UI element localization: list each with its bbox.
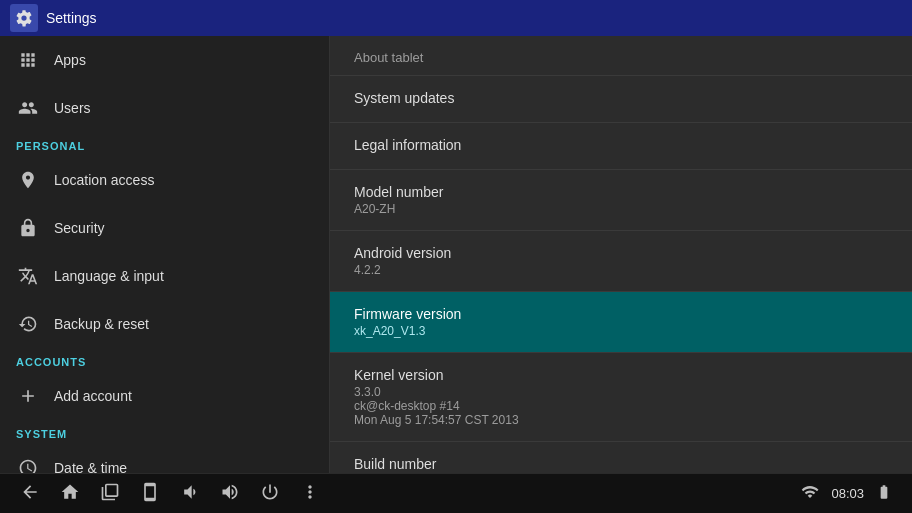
apps-label: Apps (54, 52, 86, 68)
sidebar-item-datetime[interactable]: Date & time (0, 444, 329, 473)
backup-label: Backup & reset (54, 316, 149, 332)
content-header: About tablet (330, 36, 912, 76)
main-container: Apps Users PERSONAL Location access Secu… (0, 36, 912, 473)
content-area: About tablet System updates Legal inform… (330, 36, 912, 473)
add-account-icon (16, 384, 40, 408)
security-icon (16, 216, 40, 240)
back-button[interactable] (20, 482, 40, 506)
legal-info-item[interactable]: Legal information (330, 123, 912, 170)
build-number-item[interactable]: Build number sugar_xk_TG-eng 4.2.2 JDQ39… (330, 442, 912, 473)
model-number-value: A20-ZH (354, 202, 888, 216)
location-icon (16, 168, 40, 192)
location-label: Location access (54, 172, 154, 188)
language-icon (16, 264, 40, 288)
more-button[interactable] (300, 482, 320, 506)
system-section-label: SYSTEM (0, 420, 329, 444)
app-title: Settings (46, 10, 97, 26)
nav-bar: 08:03 (0, 473, 912, 513)
personal-section-label: PERSONAL (0, 132, 329, 156)
nav-bar-right: 08:03 (801, 483, 892, 504)
users-icon (16, 96, 40, 120)
system-updates-item[interactable]: System updates (330, 76, 912, 123)
sidebar: Apps Users PERSONAL Location access Secu… (0, 36, 330, 473)
volume-down-button[interactable] (180, 482, 200, 506)
backup-icon (16, 312, 40, 336)
datetime-label: Date & time (54, 460, 127, 473)
language-label: Language & input (54, 268, 164, 284)
model-number-title: Model number (354, 184, 888, 200)
sidebar-item-location[interactable]: Location access (0, 156, 329, 204)
build-number-title: Build number (354, 456, 888, 472)
recent-button[interactable] (100, 482, 120, 506)
security-label: Security (54, 220, 105, 236)
android-version-item[interactable]: Android version 4.2.2 (330, 231, 912, 292)
title-bar: Settings (0, 0, 912, 36)
sidebar-item-language[interactable]: Language & input (0, 252, 329, 300)
volume-up-button[interactable] (220, 482, 240, 506)
home-button[interactable] (60, 482, 80, 506)
clock-display: 08:03 (831, 486, 864, 501)
screenshot-button[interactable] (140, 482, 160, 506)
nav-bar-left (20, 482, 801, 506)
users-label: Users (54, 100, 91, 116)
firmware-version-item[interactable]: Firmware version xk_A20_V1.3 (330, 292, 912, 353)
firmware-version-value: xk_A20_V1.3 (354, 324, 888, 338)
system-updates-title: System updates (354, 90, 888, 106)
sidebar-item-backup[interactable]: Backup & reset (0, 300, 329, 348)
battery-icon (876, 484, 892, 503)
sidebar-item-users[interactable]: Users (0, 84, 329, 132)
android-version-value: 4.2.2 (354, 263, 888, 277)
kernel-version-item[interactable]: Kernel version 3.3.0 ck@ck-desktop #14 M… (330, 353, 912, 442)
sidebar-item-add-account[interactable]: Add account (0, 372, 329, 420)
power-button[interactable] (260, 482, 280, 506)
wifi-icon (801, 483, 819, 504)
model-number-item[interactable]: Model number A20-ZH (330, 170, 912, 231)
sidebar-item-apps[interactable]: Apps (0, 36, 329, 84)
apps-icon (16, 48, 40, 72)
firmware-version-title: Firmware version (354, 306, 888, 322)
settings-app-icon (10, 4, 38, 32)
android-version-title: Android version (354, 245, 888, 261)
legal-info-title: Legal information (354, 137, 888, 153)
kernel-version-title: Kernel version (354, 367, 888, 383)
accounts-section-label: ACCOUNTS (0, 348, 329, 372)
kernel-version-value: 3.3.0 ck@ck-desktop #14 Mon Aug 5 17:54:… (354, 385, 888, 427)
add-account-label: Add account (54, 388, 132, 404)
clock-icon (16, 456, 40, 473)
sidebar-item-security[interactable]: Security (0, 204, 329, 252)
